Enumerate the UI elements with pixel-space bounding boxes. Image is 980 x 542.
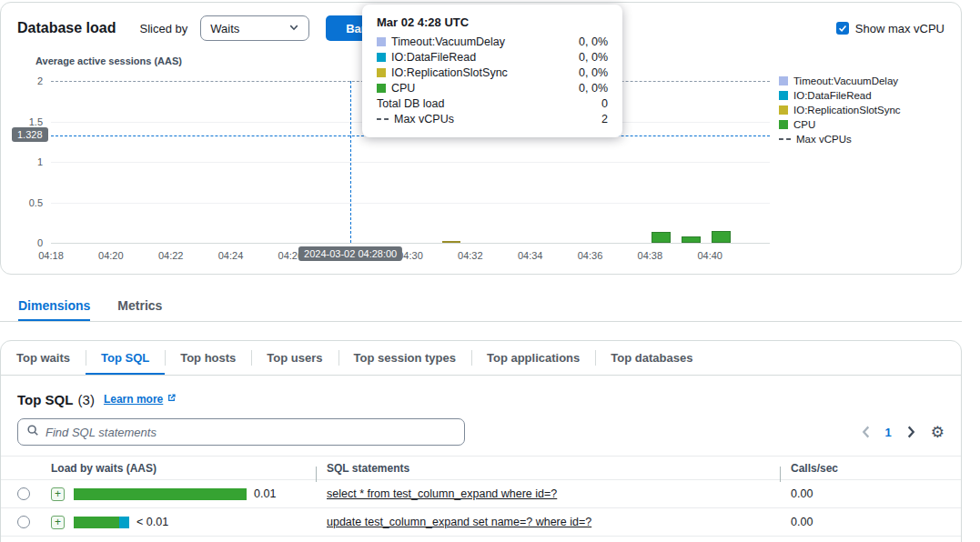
dashed-line-swatch [377, 118, 389, 120]
y-axis-tick: 1.5 [1, 116, 43, 127]
sql-statement-link[interactable]: update test_column_expand set name=? whe… [327, 516, 591, 528]
y-axis-tick: 2 [1, 75, 43, 86]
tab-top-users[interactable]: Top users [251, 341, 338, 375]
row-select-radio[interactable] [17, 516, 30, 528]
x-axis-tick: 04:38 [638, 250, 663, 261]
pagination: 1 ⚙ [862, 425, 945, 440]
expand-row-button[interactable]: + [51, 487, 65, 501]
chart-tooltip: Mar 02 4:28 UTC Timeout:VacuumDelay0, 0%… [362, 5, 622, 137]
tooltip-row: IO:ReplicationSlotSync0, 0% [377, 66, 608, 79]
legend-item[interactable]: IO:ReplicationSlotSync [779, 105, 901, 115]
x-axis-tick: 04:22 [158, 250, 184, 261]
checkbox-checked-icon [836, 22, 849, 35]
expand-row-button[interactable]: + [51, 516, 65, 529]
tooltip-row: IO:DataFileRead0, 0% [377, 51, 608, 64]
show-max-vcpu-label: Show max vCPU [855, 22, 945, 35]
sliced-by-value: Waits [210, 22, 239, 35]
search-icon [26, 424, 39, 440]
load-value: 0.01 [254, 487, 276, 500]
tooltip-label: Total DB load [377, 97, 444, 110]
sql-statement-link[interactable]: select * from test_column_expand where i… [327, 487, 557, 500]
y-axis-tick: 1 [1, 156, 43, 167]
row-select-radio[interactable] [17, 487, 30, 500]
radio-cell [1, 487, 35, 500]
legend-item[interactable]: Timeout:VacuumDelay [779, 75, 901, 86]
tooltip-label: IO:ReplicationSlotSync [391, 66, 508, 79]
sql-search[interactable] [17, 418, 465, 446]
external-link-icon [167, 393, 177, 406]
performance-insights-page: Database load Sliced by Waits Bar Show m… [0, 0, 980, 542]
chart-bar[interactable] [712, 231, 730, 243]
table-row: +< 0.01update test_column_expand set nam… [1, 508, 961, 537]
load-bar-segment [74, 517, 119, 528]
radio-cell [1, 516, 35, 528]
tab-top-applications[interactable]: Top applications [471, 341, 595, 375]
x-axis-tick: 04:36 [578, 250, 603, 261]
top-sql-title: Top SQL [17, 392, 73, 407]
legend-item[interactable]: CPU [779, 119, 901, 130]
section-tabs: DimensionsMetrics [0, 298, 962, 322]
column-header-calls: Calls/sec [780, 462, 961, 475]
legend-swatch [779, 120, 788, 129]
crosshair-y-badge: 1.328 [12, 127, 48, 142]
database-load-panel: Database load Sliced by Waits Bar Show m… [0, 2, 962, 275]
dashed-line-swatch [779, 138, 791, 140]
tooltip-row: Max vCPUs2 [377, 113, 608, 125]
load-bar [74, 517, 129, 528]
previous-page-button[interactable] [862, 426, 870, 438]
legend-label: CPU [793, 119, 815, 130]
table-header-row: Load by waits (AAS) SQL statements Calls… [1, 456, 961, 480]
tooltip-value: 0 [601, 97, 608, 110]
panel-title: Database load [17, 20, 116, 36]
legend-item[interactable]: IO:DataFileRead [779, 90, 901, 101]
settings-gear-icon[interactable]: ⚙ [931, 425, 945, 440]
tooltip-value: 0, 0% [579, 82, 608, 95]
tooltip-value: 0, 0% [579, 35, 608, 48]
tooltip-label: Max vCPUs [394, 113, 454, 125]
tab-top-databases[interactable]: Top databases [595, 341, 708, 375]
current-page[interactable]: 1 [885, 426, 892, 439]
tab-metrics[interactable]: Metrics [117, 298, 162, 321]
tooltip-label: Timeout:VacuumDelay [391, 35, 505, 48]
crosshair-x-badge: 2024-03-02 04:28:00 [298, 246, 402, 261]
legend-item[interactable]: Max vCPUs [779, 134, 901, 145]
top-sql-table: Load by waits (AAS) SQL statements Calls… [1, 456, 961, 537]
calls-value: 0.00 [780, 487, 961, 500]
load-cell: +0.01 [35, 487, 316, 501]
search-input[interactable] [45, 426, 456, 439]
table-toolbar: 1 ⚙ [1, 413, 961, 446]
load-bar [74, 488, 247, 500]
learn-more-link[interactable]: Learn more [104, 393, 177, 406]
tab-top-session-types[interactable]: Top session types [338, 341, 471, 375]
tooltip-swatch [377, 68, 386, 77]
tooltip-label: IO:DataFileRead [391, 51, 476, 64]
show-max-vcpu-checkbox[interactable]: Show max vCPU [836, 22, 945, 35]
x-axis-tick: 04:40 [697, 250, 722, 261]
tooltip-value: 0, 0% [579, 51, 608, 64]
column-header-load: Load by waits (AAS) [35, 462, 316, 475]
tab-top-hosts[interactable]: Top hosts [165, 341, 251, 375]
load-cell: +< 0.01 [35, 516, 316, 529]
chart-bar[interactable] [652, 232, 670, 243]
tooltip-label: CPU [391, 82, 415, 95]
tab-dimensions[interactable]: Dimensions [18, 298, 90, 321]
chart-bar[interactable] [442, 241, 460, 243]
calls-value: 0.00 [780, 516, 961, 528]
x-axis-tick: 04:20 [98, 250, 124, 261]
legend-label: IO:DataFileRead [793, 90, 872, 101]
x-axis-tick: 04:18 [38, 250, 64, 261]
chevron-down-icon [288, 22, 299, 35]
tooltip-row: CPU0, 0% [377, 82, 608, 95]
legend-swatch [779, 105, 788, 115]
top-sql-count: (3) [78, 392, 95, 407]
tooltip-rows: Timeout:VacuumDelay0, 0%IO:DataFileRead0… [377, 35, 608, 125]
load-bar-segment [74, 488, 247, 500]
tab-top-sql[interactable]: Top SQL [86, 341, 165, 375]
next-page-button[interactable] [907, 426, 915, 438]
sliced-by-select[interactable]: Waits [200, 15, 309, 41]
tab-top-waits[interactable]: Top waits [1, 341, 86, 375]
chart-legend: Timeout:VacuumDelayIO:DataFileReadIO:Rep… [779, 75, 901, 148]
chart-bar[interactable] [682, 236, 700, 243]
top-sql-header: Top SQL (3) Learn more [1, 376, 961, 413]
gridline [51, 162, 770, 163]
